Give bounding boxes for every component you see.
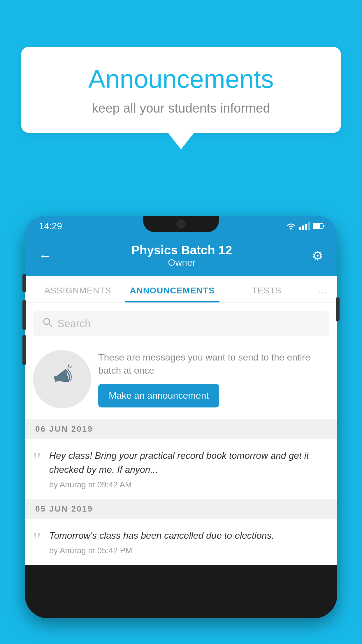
date-separator-1: 06 JUN 2019 <box>25 419 337 439</box>
power-button <box>336 298 340 321</box>
promo-icon-circle <box>33 350 91 408</box>
volume-up-button <box>22 300 26 330</box>
status-icons <box>286 222 323 230</box>
announcement-item-1[interactable]: " Hey class! Bring your practical record… <box>25 439 337 499</box>
svg-line-5 <box>70 366 72 368</box>
speech-bubble-card: Announcements keep all your students inf… <box>21 47 341 133</box>
wifi-icon <box>286 222 296 230</box>
announcement-text-1: Hey class! Bring your practical record b… <box>49 449 329 477</box>
volume-down-button <box>22 335 26 365</box>
announcement-text-2: Tomorrow's class has been cancelled due … <box>49 528 274 542</box>
phone-content: Search <box>25 303 337 565</box>
phone-notch <box>143 216 219 232</box>
announcement-meta-1: by Anurag at 09:42 AM <box>49 480 329 489</box>
svg-line-2 <box>49 324 52 327</box>
promo-right: These are messages you want to send to t… <box>98 351 329 408</box>
mute-button <box>22 274 26 292</box>
app-header: ← Physics Batch 12 Owner ⚙ <box>25 236 337 276</box>
promo-section: These are messages you want to send to t… <box>25 344 337 419</box>
bubble-subtitle: keep all your students informed <box>44 101 318 116</box>
tabs-bar: ASSIGNMENTS ANNOUNCEMENTS TESTS ... <box>25 276 337 303</box>
quote-icon-1: " <box>33 449 41 489</box>
phone-frame: 14:29 <box>25 216 337 618</box>
announcement-meta-2: by Anurag at 05:42 PM <box>49 546 274 555</box>
battery-icon <box>313 223 323 229</box>
battery-fill <box>313 224 320 228</box>
speech-bubble-arrow <box>168 133 194 149</box>
announcement-content-2: Tomorrow's class has been cancelled due … <box>49 528 274 555</box>
bubble-title: Announcements <box>44 64 318 94</box>
phone-mockup: 14:29 <box>25 216 337 644</box>
tab-more[interactable]: ... <box>314 276 331 302</box>
quote-icon-2: " <box>33 528 41 555</box>
status-bar: 14:29 <box>25 216 337 236</box>
search-icon <box>42 317 53 330</box>
tab-tests[interactable]: TESTS <box>219 276 314 302</box>
announcement-content-1: Hey class! Bring your practical record b… <box>49 449 329 489</box>
phone-screen: 14:29 <box>25 216 337 618</box>
announcement-item-2[interactable]: " Tomorrow's class has been cancelled du… <box>25 519 337 565</box>
search-bar[interactable]: Search <box>33 311 329 336</box>
owner-label: Owner <box>131 257 232 268</box>
back-button[interactable]: ← <box>39 249 52 262</box>
header-center: Physics Batch 12 Owner <box>131 243 232 268</box>
speech-bubble-section: Announcements keep all your students inf… <box>21 47 341 149</box>
svg-point-0 <box>290 228 292 230</box>
megaphone-icon <box>43 359 80 400</box>
batch-title: Physics Batch 12 <box>131 243 232 257</box>
search-placeholder: Search <box>57 318 91 330</box>
settings-icon[interactable]: ⚙ <box>312 248 323 263</box>
tab-assignments[interactable]: ASSIGNMENTS <box>31 276 125 302</box>
signal-icon <box>299 222 310 230</box>
camera-dot <box>177 220 185 228</box>
make-announcement-button[interactable]: Make an announcement <box>98 384 219 407</box>
promo-description: These are messages you want to send to t… <box>98 351 329 377</box>
status-time: 14:29 <box>39 221 62 232</box>
tab-announcements[interactable]: ANNOUNCEMENTS <box>125 276 219 302</box>
date-separator-2: 05 JUN 2019 <box>25 499 337 519</box>
